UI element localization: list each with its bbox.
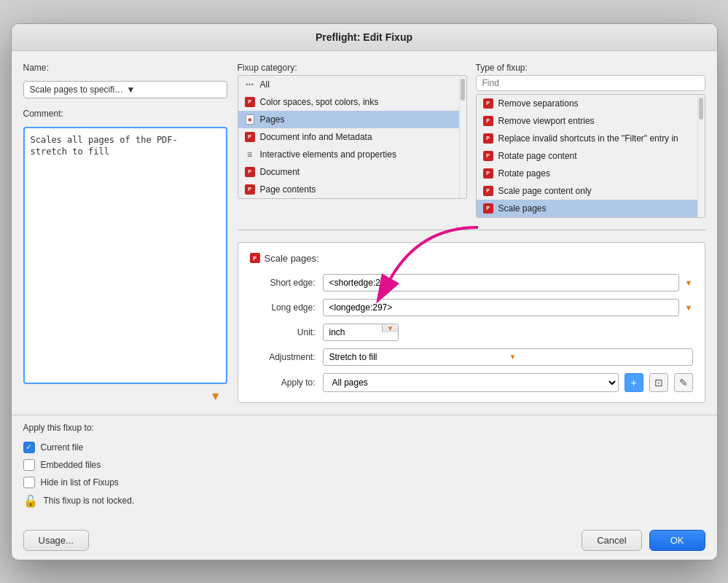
list-item-pagecontents-label: Page contents [260, 184, 316, 195]
name-label: Name: [23, 63, 227, 73]
pdf-icon-scale-pages: P [482, 203, 494, 214]
fixup-category-list: ··· All P Color spaces, spot colors, ink… [238, 76, 459, 198]
short-edge-row: Short edge: ▼ [250, 274, 693, 292]
pdf-icon-remove-sep: P [482, 98, 494, 109]
main-content: Name: Scale pages to specified size_with… [12, 51, 717, 415]
type-fixup-scrollbar-thumb [699, 98, 703, 120]
type-fixup-label: Type of fixup: [476, 63, 705, 73]
apply-to-input-wrapper: All pages Even pages Odd pages + ⊡ ✎ [323, 373, 693, 392]
right-panel: Fixup category: ··· All P Color spaces, … [238, 63, 705, 403]
type-fixup-item-scale-pages[interactable]: P Scale pages [477, 200, 697, 217]
comment-textarea[interactable]: Scales all pages of the PDF- stretch to … [23, 127, 227, 384]
pdf-icon-color: P [244, 96, 256, 108]
long-edge-input-wrapper: ▼ [323, 299, 693, 316]
title-bar: Preflight: Edit Fixup [12, 24, 717, 51]
list-item-docinfo-label: Document info and Metadata [260, 132, 372, 142]
embedded-files-row: Embedded files [23, 456, 705, 474]
list-item-pagecontents[interactable]: P Page contents [238, 181, 459, 198]
unit-select-arrow-icon[interactable]: ▼ [382, 324, 399, 332]
fixup-category-scrollbar[interactable] [459, 76, 466, 198]
list-item-pages-label: Pages [260, 114, 285, 125]
bottom-section: Apply this fixup to: Current file Embedd… [12, 415, 717, 523]
type-fixup-list-wrapper: P Remove separations P Remove viewport e… [476, 94, 705, 218]
list-item-docinfo[interactable]: P Document info and Metadata [238, 128, 459, 146]
lock-row: 🔓 This fixup is not locked. [23, 491, 705, 511]
pdf-icon-pagecontents: P [244, 184, 256, 195]
comment-label: Comment: [23, 109, 227, 119]
list-item-pages[interactable]: ▣ Pages [238, 111, 459, 128]
fixup-category-list-wrapper: ··· All P Color spaces, spot colors, ink… [238, 75, 467, 199]
current-file-checkbox[interactable] [23, 442, 35, 453]
scale-pages-section: P Scale pages: Short edge: ▼ Long edge: [238, 242, 705, 403]
copy-button[interactable]: ⊡ [649, 373, 668, 392]
name-dropdown-arrow-icon[interactable]: ▼ [127, 85, 221, 95]
buttons-row: Usage... Cancel OK [12, 523, 717, 560]
type-fixup-rotate-content-label: Rotate page content [498, 151, 577, 161]
short-edge-input-wrapper: ▼ [323, 274, 693, 292]
type-fixup-item-scale-content[interactable]: P Scale page content only [477, 182, 697, 200]
apply-fixup-label: Apply this fixup to: [23, 423, 705, 433]
scrollbar-thumb [461, 79, 465, 101]
type-fixup-scrollbar[interactable] [697, 95, 705, 217]
scale-pages-title-text: Scale pages: [265, 253, 319, 264]
adjustment-input-wrapper: Stretch to fill ▼ [323, 348, 693, 366]
pdf-icon-replace: P [482, 133, 494, 144]
pdf-icon-rotate-pages: P [482, 168, 494, 179]
list-item-document[interactable]: P Document [238, 163, 459, 181]
type-fixup-scale-content-label: Scale page content only [498, 186, 592, 196]
usage-button[interactable]: Usage... [23, 530, 89, 551]
type-fixup-item-rotate-pages[interactable]: P Rotate pages [477, 165, 697, 182]
cancel-button[interactable]: Cancel [582, 530, 641, 551]
type-fixup-panel: Type of fixup: P Remove separations P Re… [476, 63, 705, 218]
embedded-files-checkbox[interactable] [23, 459, 35, 471]
top-row: Fixup category: ··· All P Color spaces, … [238, 63, 705, 218]
page-icon-pages: ▣ [244, 114, 256, 125]
hide-in-list-checkbox[interactable] [23, 477, 35, 488]
type-fixup-item-remove-vp[interactable]: P Remove viewport entries [477, 112, 697, 130]
short-edge-arrow-icon[interactable]: ▼ [685, 278, 693, 287]
pdf-icon-docinfo: P [244, 131, 256, 143]
adjustment-label: Adjustment: [250, 352, 316, 362]
unit-row: Unit: inch mm pt ▼ [250, 324, 693, 341]
name-field-value: Scale pages to specified size_with disto… [30, 85, 124, 95]
long-edge-label: Long edge: [250, 302, 316, 313]
scale-pages-icon: P [250, 253, 260, 263]
hide-in-list-label: Hide in list of Fixups [41, 477, 119, 488]
long-edge-arrow-icon[interactable]: ▼ [685, 303, 693, 312]
add-button[interactable]: + [625, 373, 643, 392]
embedded-files-label: Embedded files [41, 460, 101, 470]
type-fixup-item-replace[interactable]: P Replace invalid shortcuts in the "Filt… [477, 130, 697, 147]
type-fixup-search[interactable] [476, 75, 705, 91]
pdf-icon-remove-vp: P [482, 115, 494, 127]
list-item-all[interactable]: ··· All [238, 76, 459, 93]
scroll-down-icon: ▼ [23, 390, 227, 403]
type-fixup-remove-sep-label: Remove separations [498, 98, 579, 109]
list-item-all-label: All [260, 79, 270, 90]
apply-to-select[interactable]: All pages Even pages Odd pages [323, 373, 619, 392]
adjustment-dropdown-arrow-icon[interactable]: ▼ [509, 353, 686, 361]
short-edge-input[interactable] [323, 274, 679, 292]
left-panel: Name: Scale pages to specified size_with… [23, 63, 227, 403]
list-item-interactive[interactable]: ≡ Interactive elements and properties [238, 146, 459, 163]
type-fixup-rotate-pages-label: Rotate pages [498, 168, 550, 179]
edit-button[interactable]: ✎ [674, 373, 693, 392]
name-field-wrapper[interactable]: Scale pages to specified size_with disto… [23, 81, 227, 98]
pdf-icon-rotate-content: P [482, 150, 494, 162]
adjustment-value: Stretch to fill [329, 352, 506, 362]
long-edge-input[interactable] [323, 299, 679, 316]
list-item-color[interactable]: P Color spaces, spot colors, inks [238, 93, 459, 111]
dots-icon: ··· [244, 79, 256, 90]
apply-to-label: Apply to: [250, 377, 316, 388]
type-fixup-list: P Remove separations P Remove viewport e… [477, 95, 697, 217]
adjustment-dropdown[interactable]: Stretch to fill ▼ [323, 348, 693, 366]
fixup-category-label: Fixup category: [238, 63, 467, 73]
unit-select[interactable]: inch mm pt [324, 324, 382, 340]
scale-pages-container: P Scale pages: Short edge: ▼ Long edge: [238, 242, 705, 403]
ok-button[interactable]: OK [649, 530, 705, 551]
pdf-icon-document: P [244, 166, 256, 178]
list-item-document-label: Document [260, 167, 300, 177]
type-fixup-item-remove-sep[interactable]: P Remove separations [477, 95, 697, 112]
type-fixup-replace-label: Replace invalid shortcuts in the "Filter… [498, 133, 678, 144]
type-fixup-item-rotate-content[interactable]: P Rotate page content [477, 147, 697, 165]
unit-select-wrapper: inch mm pt ▼ [323, 324, 399, 341]
